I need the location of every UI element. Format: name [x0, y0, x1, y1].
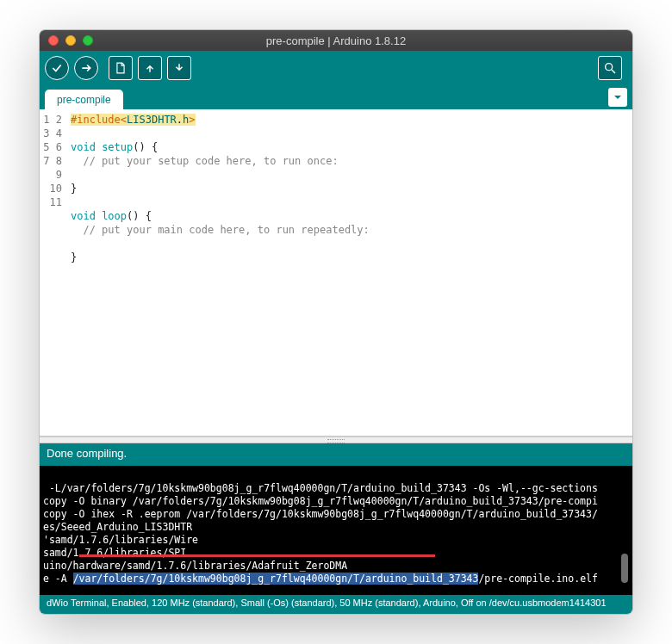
- close-window-icon[interactable]: [48, 35, 59, 46]
- serial-monitor-button[interactable]: [598, 56, 622, 80]
- open-sketch-button[interactable]: [138, 56, 162, 80]
- console-line: 'samd/1.7.6/libraries/Wire: [43, 534, 198, 546]
- panel-resize-gripper[interactable]: [40, 437, 632, 443]
- selected-build-path: /var/folders/7g/10kskmw90bg08j_g_r7flwq4…: [73, 573, 479, 585]
- tab-pre-compile[interactable]: pre-compile: [45, 90, 123, 109]
- annotation-underline: [79, 554, 435, 557]
- board-info: dWio Terminal, Enabled, 120 MHz (standar…: [47, 598, 607, 608]
- minimize-window-icon[interactable]: [65, 35, 76, 46]
- tab-menu-button[interactable]: [608, 88, 627, 107]
- console-line: -L/var/folders/7g/10kskmw90bg08j_g_r7flw…: [43, 482, 598, 494]
- comment: // put your setup code here, to run once…: [71, 155, 339, 167]
- zoom-window-icon[interactable]: [83, 35, 93, 46]
- keyword-include: #include: [71, 114, 121, 126]
- toolbar: [40, 51, 632, 85]
- code-editor[interactable]: 1 2 3 4 5 6 7 8 9 10 11 #include<LIS3DHT…: [40, 109, 632, 437]
- upload-button[interactable]: [74, 56, 98, 80]
- console-line: copy -O binary /var/folders/7g/10kskmw90…: [43, 495, 598, 507]
- code-area[interactable]: #include<LIS3DHTR.h> void setup() { // p…: [67, 109, 632, 436]
- board-status-footer: dWio Terminal, Enabled, 120 MHz (standar…: [40, 595, 632, 614]
- console-scrollbar-thumb[interactable]: [621, 554, 628, 583]
- library-name: LIS3DHTR: [127, 114, 177, 126]
- new-sketch-button[interactable]: [109, 56, 133, 80]
- verify-button[interactable]: [45, 56, 69, 80]
- function-setup: setup: [102, 141, 133, 153]
- console-scrollbar[interactable]: [620, 474, 629, 586]
- titlebar[interactable]: pre-compile | Arduino 1.8.12: [40, 30, 632, 51]
- console-line: es/Seeed_Arduino_LIS3DHTR: [43, 521, 192, 533]
- console-line: copy -O ihex -R .eeprom /var/folders/7g/…: [43, 508, 598, 520]
- line-number-gutter: 1 2 3 4 5 6 7 8 9 10 11: [40, 109, 67, 436]
- tab-bar: pre-compile: [40, 85, 632, 109]
- keyword-void: void: [71, 141, 96, 153]
- console-line: /pre-compile.ino.elf: [478, 573, 597, 585]
- save-sketch-button[interactable]: [167, 56, 191, 80]
- window-title: pre-compile | Arduino 1.8.12: [40, 34, 632, 47]
- comment: // put your main code here, to run repea…: [71, 224, 370, 236]
- console-line: uino/hardware/samd/1.7.6/libraries/Adafr…: [43, 560, 347, 572]
- function-loop: loop: [102, 210, 127, 222]
- keyword-void: void: [71, 210, 96, 222]
- status-message: Done compiling.: [47, 447, 127, 460]
- status-bar: Done compiling.: [40, 443, 632, 466]
- arduino-ide-window: pre-compile | Arduino 1.8.12 pre-compile: [39, 29, 633, 615]
- console-output[interactable]: -L/var/folders/7g/10kskmw90bg08j_g_r7flw…: [40, 466, 632, 595]
- svg-point-0: [606, 64, 613, 71]
- console-line: e -A: [43, 573, 73, 585]
